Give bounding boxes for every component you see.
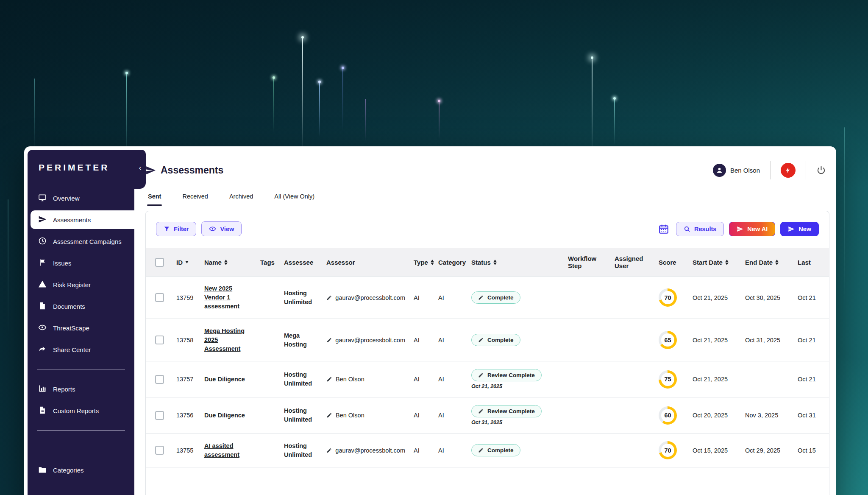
calendar-button[interactable] [658,224,669,235]
sidebar-item-risk-register[interactable]: Risk Register [28,275,134,294]
cell-assessee: Hosting Unlimited [280,397,322,433]
light-beam [439,101,440,139]
row-checkbox[interactable] [155,411,164,420]
new-ai-button[interactable]: New AI [729,222,775,236]
cell-assigned-user [610,319,654,361]
pencil-icon[interactable] [326,412,332,418]
view-button[interactable]: View [201,221,242,236]
sort-icon [725,260,729,265]
person-icon [715,166,723,174]
sidebar-divider [37,430,125,431]
pencil-icon[interactable] [326,447,332,453]
sidebar-item-custom-reports[interactable]: Custom Reports [28,401,134,420]
light-beam [319,82,320,137]
page-title: Assessments [145,165,223,176]
new-button[interactable]: New [780,222,819,236]
cell-status: Complete [467,319,564,361]
light-beam [8,199,8,335]
sidebar-item-assessment-campaigns[interactable]: Assessment Campaigns [28,232,134,251]
tab-sent[interactable]: Sent [148,193,161,206]
flag-icon [38,258,47,268]
column-header-assigned-user[interactable]: Assigned User [610,248,654,277]
column-header-last[interactable]: Last [793,248,829,277]
sidebar-item-overview[interactable]: Overview [28,189,134,207]
pencil-icon[interactable] [326,337,332,343]
cell-type: AI [409,277,434,319]
pencil-icon [478,447,484,453]
status-badge[interactable]: Review Complete [471,405,542,417]
tab-received[interactable]: Received [182,193,208,206]
status-badge[interactable]: Complete [471,291,520,304]
column-header-type[interactable]: Type [409,248,434,277]
tab-all-view-only[interactable]: All (View Only) [274,193,314,206]
column-header-assessor[interactable]: Assessor [322,248,409,277]
select-all-checkbox[interactable] [155,258,164,267]
row-checkbox[interactable] [155,293,164,302]
cell-end-date: Oct 30, 2025 [741,277,793,319]
cell-assessee: Hosting Unlimited [280,433,322,467]
sidebar-item-label: Assessment Campaigns [53,238,122,245]
assessment-name-link[interactable]: Mega Hosting 2025 Assessment [204,327,252,353]
status-badge[interactable]: Complete [471,334,520,346]
cell-last: Oct 21 [793,361,829,397]
score-value: 70 [661,291,674,304]
cell-tags [256,433,280,467]
column-header-tags[interactable]: Tags [256,248,280,277]
cell-assessor: Ben Olson [322,397,409,433]
column-header-score[interactable]: Score [654,248,688,277]
cell-end-date: Oct 31, 2025 [741,319,793,361]
assessment-name-link[interactable]: AI assited assessment [204,442,252,459]
tab-archived[interactable]: Archived [229,193,253,206]
assessment-tabs: Sent Received Archived All (View Only) [145,193,829,206]
column-header-category[interactable]: Category [434,248,467,277]
light-beam [614,98,615,145]
sidebar-item-assessments[interactable]: Assessments [31,210,134,229]
paper-plane-icon [145,165,156,176]
cell-name: New 2025 Vendor 1 assessment [200,277,256,319]
assessments-table: ID Name Tags Assessee Assessor Type Cate… [146,248,829,467]
cell-id: 13755 [172,433,200,467]
filter-button[interactable]: Filter [156,222,196,236]
column-header-name[interactable]: Name [200,248,256,277]
sidebar-item-share-center[interactable]: Share Center [28,340,134,359]
logout-button[interactable] [816,165,826,175]
row-checkbox[interactable] [155,336,164,344]
pencil-icon[interactable] [326,376,332,382]
sidebar-item-threatscape[interactable]: ThreatScape [28,319,134,337]
sidebar-item-label: Documents [53,303,85,310]
sort-icon [493,260,497,265]
status-badge[interactable]: Complete [471,444,520,456]
pencil-icon[interactable] [326,295,332,301]
column-header-workflow-step[interactable]: Workflow Step [564,248,610,277]
assessment-name-link[interactable]: Due Diligence [204,411,245,420]
cell-category: AI [434,319,467,361]
light-beam [592,58,593,155]
user-menu[interactable]: Ben Olson [713,164,760,177]
cell-type: AI [409,361,434,397]
sidebar-item-issues[interactable]: Issues [28,254,134,272]
divider [806,161,806,179]
results-button[interactable]: Results [676,222,724,236]
status-badge[interactable]: Review Complete [471,369,542,381]
cell-assessor: Ben Olson [322,361,409,397]
cell-assessor: gaurav@processbolt.com [322,319,409,361]
sidebar-item-categories[interactable]: Categories [28,461,134,479]
column-header-id[interactable]: ID [172,248,200,277]
sort-icon [431,260,434,265]
column-header-start-date[interactable]: Start Date [688,248,741,277]
assessment-name-link[interactable]: Due Diligence [204,375,245,384]
row-checkbox[interactable] [155,446,164,455]
column-header-end-date[interactable]: End Date [741,248,793,277]
column-header-assessee[interactable]: Assessee [280,248,322,277]
sidebar-item-reports[interactable]: Reports [28,380,134,398]
column-header-status[interactable]: Status [467,248,564,277]
row-checkbox[interactable] [155,375,164,384]
cell-status: Complete [467,433,564,467]
sidebar-item-label: Share Center [53,346,91,353]
cell-start-date: Oct 21, 2025 [688,361,741,397]
assessment-name-link[interactable]: New 2025 Vendor 1 assessment [204,284,252,311]
assessments-panel: Filter View Results [145,211,829,495]
quick-actions-button[interactable] [781,163,796,178]
sidebar-item-documents[interactable]: Documents [28,297,134,316]
cell-assigned-user [610,277,654,319]
